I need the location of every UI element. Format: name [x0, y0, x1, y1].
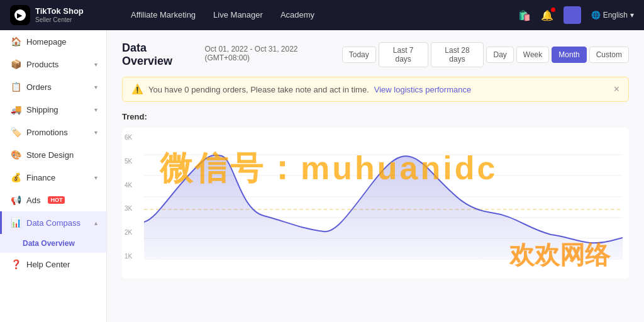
nav-affiliate[interactable]: Affiliate Marketing — [131, 8, 196, 23]
filter-month[interactable]: Month — [552, 47, 586, 63]
sidebar-item-orders[interactable]: 📋 Orders ▾ — [0, 75, 106, 98]
sidebar-label-store: Store Design — [26, 150, 74, 160]
globe-icon: 🌐 — [591, 11, 601, 19]
filter-day[interactable]: Day — [486, 47, 513, 63]
sidebar-label-products: Products — [26, 60, 58, 69]
page-header: Data Overview Oct 01, 2022 - Oct 31, 202… — [122, 42, 629, 68]
chevron-products: ▾ — [94, 61, 97, 68]
sidebar-label-orders: Orders — [26, 82, 52, 92]
trend-label: Trend: — [122, 112, 629, 121]
sidebar-label-shipping: Shipping — [26, 105, 58, 114]
y-label-5k: 5K — [125, 158, 144, 165]
chevron-shipping: ▾ — [94, 106, 97, 113]
chart-y-axis: 1K 2K 3K 4K 5K 6K — [122, 134, 144, 260]
brand-sub: Seller Center — [35, 16, 84, 24]
lang-label: English — [603, 11, 628, 19]
sidebar-item-finance[interactable]: 💰 Finance ▾ — [0, 166, 106, 189]
sidebar-item-data-compass[interactable]: 📊 Data Compass ▴ — [0, 211, 106, 234]
date-range: Oct 01, 2022 - Oct 31, 2022 (GMT+08:00) — [204, 45, 341, 62]
alert-icon: ⚠️ — [131, 84, 143, 95]
filter-week[interactable]: Week — [516, 47, 549, 63]
avatar[interactable] — [564, 6, 581, 24]
nav-links: Affiliate Marketing Live Manager Academy — [131, 8, 498, 23]
sidebar-item-promotions[interactable]: 🏷️ Promotions ▾ — [0, 121, 106, 143]
nav-right: 🛍️ 🔔 🌐 English ▾ — [518, 6, 634, 24]
y-label-6k: 6K — [125, 134, 144, 141]
logo-icon: ▶ — [10, 5, 30, 25]
logo-area: ▶ TikTok Shop Seller Center — [10, 5, 111, 25]
sidebar-item-shipping[interactable]: 🚚 Shipping ▾ — [0, 98, 106, 121]
sidebar-item-products[interactable]: 📦 Products ▾ — [0, 53, 106, 75]
chevron-orders: ▾ — [94, 84, 97, 91]
alert-close-btn[interactable]: × — [614, 84, 619, 95]
nav-academy[interactable]: Academy — [280, 8, 314, 23]
sidebar-label-help: Help Center — [26, 260, 70, 269]
trend-chart-svg — [144, 134, 623, 260]
main-content: Data Overview Oct 01, 2022 - Oct 31, 202… — [107, 30, 644, 322]
chevron-finance: ▾ — [94, 174, 97, 181]
sidebar-item-help[interactable]: ❓ Help Center — [0, 253, 106, 275]
sidebar-label-promotions: Promotions — [26, 128, 68, 137]
chart-area — [144, 134, 623, 260]
alert-text: You have 0 pending orders, Please take n… — [148, 85, 369, 94]
ads-icon: 📢 — [11, 195, 21, 205]
alert-link[interactable]: View logistics performance — [374, 85, 471, 94]
logo-text: TikTok Shop Seller Center — [35, 6, 84, 24]
filter-last7[interactable]: Last 7 days — [379, 42, 428, 67]
help-icon: ❓ — [11, 259, 21, 269]
chevron-data-compass: ▴ — [94, 219, 97, 226]
sidebar-label-data-compass: Data Compass — [26, 218, 80, 228]
sidebar-item-ads[interactable]: 📢 Ads HOT — [0, 189, 106, 211]
sub-item-data-overview[interactable]: Data Overview — [0, 234, 106, 253]
home-icon: 🏠 — [11, 36, 21, 47]
finance-icon: 💰 — [11, 172, 21, 182]
products-icon: 📦 — [11, 59, 21, 69]
sidebar-label-homepage: Homepage — [26, 37, 67, 47]
lang-selector[interactable]: 🌐 English ▾ — [591, 11, 634, 19]
shipping-icon: 🚚 — [11, 104, 21, 114]
y-label-2k: 2K — [125, 229, 144, 236]
chevron-down-icon: ▾ — [630, 11, 634, 19]
store-icon: 🎨 — [11, 150, 21, 160]
promotions-icon: 🏷️ — [11, 127, 21, 137]
notification-btn[interactable]: 🔔 — [541, 9, 553, 21]
sidebar-label-finance: Finance — [26, 173, 55, 182]
filter-last28[interactable]: Last 28 days — [431, 42, 484, 67]
y-label-4k: 4K — [125, 182, 144, 189]
chevron-promotions: ▾ — [94, 129, 97, 136]
filter-custom[interactable]: Custom — [589, 47, 629, 63]
sidebar-item-store-design[interactable]: 🎨 Store Design — [0, 143, 106, 166]
layout: 🏠 Homepage 📦 Products ▾ 📋 Orders ▾ 🚚 Shi… — [0, 30, 644, 322]
shop-icon-btn[interactable]: 🛍️ — [518, 9, 531, 21]
orders-icon: 📋 — [11, 82, 21, 92]
date-filter: Today Last 7 days Last 28 days Day Week … — [342, 42, 629, 67]
data-compass-icon: 📊 — [11, 218, 21, 228]
y-label-3k: 3K — [125, 205, 144, 212]
sub-item-label-data-overview: Data Overview — [23, 239, 75, 248]
page-title: Data Overview — [122, 42, 198, 68]
sidebar: 🏠 Homepage 📦 Products ▾ 📋 Orders ▾ 🚚 Shi… — [0, 30, 107, 322]
brand-name: TikTok Shop — [35, 6, 84, 16]
svg-text:▶: ▶ — [17, 11, 23, 19]
top-nav: ▶ TikTok Shop Seller Center Affiliate Ma… — [0, 0, 644, 30]
alert-banner: ⚠️ You have 0 pending orders, Please tak… — [122, 77, 629, 102]
filter-today[interactable]: Today — [342, 47, 376, 63]
sidebar-label-ads: Ads — [26, 196, 40, 205]
chart-fill-path — [144, 155, 623, 260]
sidebar-item-homepage[interactable]: 🏠 Homepage — [0, 30, 106, 53]
hot-badge: HOT — [48, 196, 65, 204]
nav-live[interactable]: Live Manager — [213, 8, 263, 23]
chart-container: 1K 2K 3K 4K 5K 6K — [122, 128, 629, 279]
y-label-1k: 1K — [125, 253, 144, 260]
